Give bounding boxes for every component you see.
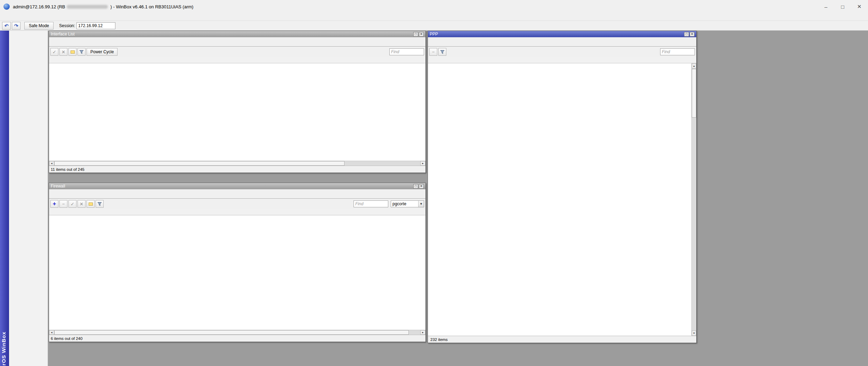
firewall-table-header: [49, 209, 425, 215]
redacted-router-name: [67, 5, 108, 9]
vscroll-thumb[interactable]: [692, 69, 696, 118]
chevron-down-icon[interactable]: ▼: [418, 201, 424, 207]
safe-mode-button[interactable]: Safe Mode: [24, 22, 54, 30]
hscroll-track: [344, 161, 420, 166]
scroll-right-icon[interactable]: ►: [420, 330, 425, 335]
restore-icon[interactable]: □: [413, 184, 418, 189]
interface-list-title: Interface List: [51, 32, 75, 37]
ppp-table-header: [428, 57, 696, 63]
ppp-title: PPP: [430, 32, 438, 37]
app-title: admin@172.16.99.12 (RB ) - WinBox v6.46.…: [13, 4, 195, 9]
winbox-app: { "window": { "title_prefix": "admin@172…: [0, 0, 868, 366]
power-cycle-button[interactable]: Power Cycle: [87, 48, 117, 56]
interface-list-window: Interface List □✕ ✓ ✕ Power Cycle ◄ ► 11…: [49, 31, 426, 173]
ppp-item-count: 232 items: [430, 337, 448, 342]
menubar: [0, 13, 868, 21]
ppp-status: 232 items: [428, 336, 696, 343]
app-title-version: ) - WinBox v6.46.1 on RB3011UiAS (arm): [109, 4, 195, 9]
comment-button[interactable]: [68, 48, 76, 56]
interface-table-body: [49, 63, 425, 161]
close-icon[interactable]: ✕: [690, 32, 695, 37]
window-controls: – □ ✕: [822, 0, 863, 13]
main-area: RouterOS WinBox Interface List □✕ ✓ ✕ Po…: [0, 31, 868, 366]
funnel-icon: [97, 202, 102, 206]
ppp-window: PPP □✕ − ▲ ▼ 232 items: [428, 31, 697, 343]
find-input[interactable]: [660, 48, 695, 55]
remove-button[interactable]: −: [429, 48, 437, 56]
session-label: Session:: [59, 23, 75, 28]
disable-button[interactable]: ✕: [78, 200, 86, 208]
firewall-status: 6 items out of 240: [49, 335, 425, 342]
filter-button[interactable]: [96, 200, 104, 208]
app-title-prefix: admin@172.16.99.12 (RB: [13, 4, 65, 9]
winbox-logo-icon: [3, 3, 10, 10]
address-list-count: 6 items out of 240: [51, 336, 82, 341]
brand-text: RouterOS WinBox: [1, 332, 7, 366]
filter-button[interactable]: [78, 48, 86, 56]
close-button[interactable]: ✕: [855, 3, 863, 10]
firewall-window: Firewall □✕ + − ✓ ✕ pgcorte ▼ ◄: [49, 183, 426, 342]
maximize-button[interactable]: □: [839, 4, 846, 10]
interface-list-titlebar[interactable]: Interface List □✕: [49, 31, 425, 37]
find-input[interactable]: [354, 200, 388, 207]
funnel-icon: [79, 50, 84, 54]
list-filter-combo[interactable]: pgcorte ▼: [391, 200, 424, 207]
close-icon[interactable]: ✕: [419, 184, 424, 189]
undo-button[interactable]: ↶: [2, 22, 11, 30]
firewall-toolbar: + − ✓ ✕ pgcorte ▼: [49, 199, 425, 209]
scroll-left-icon[interactable]: ◄: [49, 161, 54, 166]
hscroll-thumb[interactable]: [54, 161, 344, 166]
close-icon[interactable]: ✕: [419, 32, 424, 37]
add-button[interactable]: +: [50, 200, 58, 208]
interface-hscrollbar[interactable]: ◄ ►: [49, 161, 425, 166]
interface-list-toolbar: ✓ ✕ Power Cycle: [49, 47, 425, 57]
ppp-toolbar: −: [428, 47, 696, 57]
ppp-vscrollbar[interactable]: ▲ ▼: [691, 63, 696, 336]
redo-button[interactable]: ↷: [12, 22, 21, 30]
list-filter-value: pgcorte: [391, 201, 418, 206]
interface-list-tabs: [49, 37, 425, 47]
restore-icon[interactable]: □: [413, 32, 418, 37]
funnel-icon: [440, 50, 445, 54]
interface-count: 11 items out of 245: [51, 167, 84, 172]
scroll-left-icon[interactable]: ◄: [49, 330, 54, 335]
scroll-up-icon[interactable]: ▲: [692, 63, 696, 69]
interface-list-status: 11 items out of 245: [49, 166, 425, 173]
firewall-title: Firewall: [51, 184, 65, 189]
sidebar: RouterOS WinBox: [0, 31, 48, 366]
scroll-right-icon[interactable]: ►: [420, 161, 425, 166]
ppp-table-body: ▲ ▼: [428, 63, 696, 336]
hscroll-track: [409, 330, 420, 335]
disable-button[interactable]: ✕: [59, 48, 67, 56]
firewall-titlebar[interactable]: Firewall □✕: [49, 183, 425, 189]
main-toolbar: ↶ ↷ Safe Mode Session:: [0, 21, 868, 31]
enable-button[interactable]: ✓: [68, 200, 76, 208]
ppp-tabs: [428, 37, 696, 47]
find-input[interactable]: [389, 48, 424, 55]
comment-button[interactable]: [87, 200, 95, 208]
remove-button[interactable]: −: [59, 200, 67, 208]
mdi-workspace: Interface List □✕ ✓ ✕ Power Cycle ◄ ► 11…: [48, 31, 868, 366]
sidebar-brand-strip: RouterOS WinBox: [0, 31, 9, 366]
filter-button[interactable]: [438, 48, 446, 56]
hscroll-thumb[interactable]: [54, 330, 409, 335]
scroll-down-icon[interactable]: ▼: [692, 331, 696, 336]
comment-icon: [71, 50, 75, 54]
comment-icon: [89, 202, 93, 206]
firewall-hscrollbar[interactable]: ◄ ►: [49, 330, 425, 335]
ppp-titlebar[interactable]: PPP □✕: [428, 31, 696, 37]
firewall-tabs: [49, 189, 425, 199]
firewall-table-body: [49, 215, 425, 330]
minimize-button[interactable]: –: [822, 4, 830, 10]
restore-icon[interactable]: □: [684, 32, 689, 37]
session-input[interactable]: [76, 22, 115, 29]
interface-table-header: [49, 57, 425, 63]
app-titlebar: admin@172.16.99.12 (RB ) - WinBox v6.46.…: [0, 0, 868, 13]
enable-button[interactable]: ✓: [50, 48, 58, 56]
